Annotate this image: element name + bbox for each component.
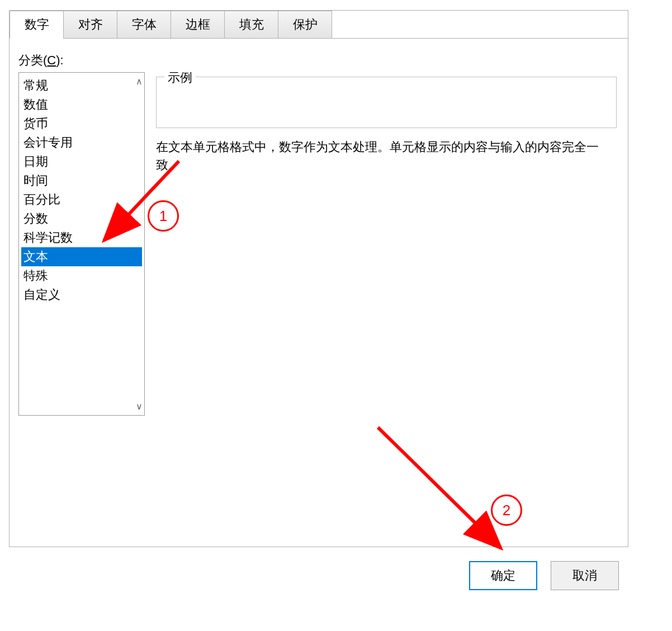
format-description: 在文本单元格格式中，数字作为文本处理。单元格显示的内容与输入的内容完全一致。	[156, 138, 617, 174]
tab-alignment[interactable]: 对齐	[63, 11, 117, 39]
scroll-down-icon[interactable]: ∨	[136, 401, 143, 412]
category-item-custom[interactable]: 自定义	[21, 285, 142, 304]
category-label-prefix: 分类(	[18, 53, 47, 67]
dialog-buttons: 确定 取消	[469, 561, 619, 590]
sample-groupbox: 示例	[156, 77, 617, 128]
category-item-currency[interactable]: 货币	[21, 114, 142, 133]
sample-label: 示例	[164, 69, 196, 86]
category-label: 分类(C):	[18, 52, 617, 69]
category-label-hotkey: C	[47, 53, 56, 67]
right-pane: 示例 在文本单元格格式中，数字作为文本处理。单元格显示的内容与输入的内容完全一致…	[156, 72, 617, 416]
category-item-fraction[interactable]: 分数	[21, 209, 142, 228]
cancel-button[interactable]: 取消	[551, 561, 619, 590]
tab-border[interactable]: 边框	[171, 11, 225, 39]
format-cells-dialog: 数字 对齐 字体 边框 填充 保护 分类(C): ∧ 常规 数值 货币 会计专用…	[9, 10, 628, 547]
tab-content-number: 分类(C): ∧ 常规 数值 货币 会计专用 日期 时间 百分比 分数 科学记数…	[10, 38, 628, 547]
tab-font[interactable]: 字体	[117, 11, 171, 39]
category-item-time[interactable]: 时间	[21, 171, 142, 190]
category-item-special[interactable]: 特殊	[21, 266, 142, 285]
category-item-percentage[interactable]: 百分比	[21, 190, 142, 209]
category-item-general[interactable]: 常规	[21, 76, 142, 95]
scroll-up-icon[interactable]: ∧	[136, 76, 143, 87]
category-item-scientific[interactable]: 科学记数	[21, 228, 142, 247]
category-item-accounting[interactable]: 会计专用	[21, 133, 142, 152]
category-item-text[interactable]: 文本	[21, 247, 142, 266]
category-item-date[interactable]: 日期	[21, 152, 142, 171]
tab-protection[interactable]: 保护	[278, 11, 332, 39]
tab-number[interactable]: 数字	[10, 11, 64, 39]
category-item-number[interactable]: 数值	[21, 95, 142, 114]
tabs-bar: 数字 对齐 字体 边框 填充 保护	[10, 11, 332, 39]
category-listbox[interactable]: ∧ 常规 数值 货币 会计专用 日期 时间 百分比 分数 科学记数 文本 特殊 …	[18, 72, 145, 416]
tab-fill[interactable]: 填充	[224, 11, 278, 39]
ok-button[interactable]: 确定	[469, 561, 537, 590]
category-label-suffix: ):	[56, 53, 63, 67]
main-layout: ∧ 常规 数值 货币 会计专用 日期 时间 百分比 分数 科学记数 文本 特殊 …	[18, 72, 617, 416]
